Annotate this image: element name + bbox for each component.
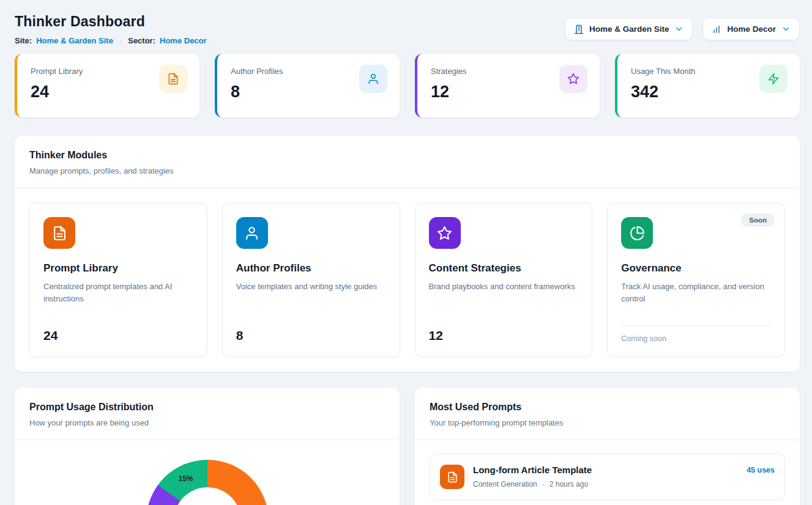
usage-card-header: Prompt Usage Distribution How your promp… [15, 388, 400, 440]
site-label: Site: [15, 36, 32, 45]
stat-card-author-profiles: Author Profiles 8 [215, 54, 400, 117]
stat-card-usage: Usage This Month 342 [615, 54, 800, 117]
prompts-subtitle: Your top-performing prompt templates [430, 418, 785, 427]
prompt-uses-count: 45 uses [747, 466, 775, 474]
header-selectors: Home & Garden Site Home Decor [565, 18, 800, 40]
module-description: Track AI usage, compliance, and version … [621, 281, 771, 305]
prompt-item-meta: Content Generation · 2 hours ago [473, 480, 592, 488]
soon-badge: Soon [741, 213, 775, 227]
lightning-icon [759, 65, 788, 93]
modules-title: Thinker Modules [29, 150, 785, 161]
module-card-content-strategies[interactable]: Content Strategies Brand playbooks and c… [415, 203, 593, 357]
meta-separator: · [119, 36, 122, 45]
document-icon [43, 217, 75, 249]
modules-subtitle: Manage prompts, profiles, and strategies [29, 166, 785, 175]
thinker-modules-panel: Thinker Modules Manage prompts, profiles… [15, 136, 800, 372]
bar-chart-icon [712, 24, 721, 34]
usage-subtitle: How your prompts are being used [29, 418, 385, 427]
site-link[interactable]: Home & Garden Site [36, 36, 113, 45]
chevron-down-icon [781, 24, 791, 34]
stat-card-prompt-library: Prompt Library 24 [15, 54, 199, 117]
meta-separator: · [542, 480, 545, 488]
usage-title: Prompt Usage Distribution [29, 402, 385, 413]
stats-row: Prompt Library 24 Author Profiles 8 Stra… [15, 54, 800, 117]
module-count: 24 [43, 328, 193, 343]
module-title: Author Profiles [236, 262, 386, 275]
page-header: Thinker Dashboard Site: Home & Garden Si… [15, 13, 800, 45]
user-icon [236, 217, 268, 249]
document-icon [440, 465, 464, 489]
prompt-item-category: Content Generation [473, 480, 537, 488]
star-icon [429, 217, 461, 249]
module-count: 12 [429, 328, 579, 343]
site-selector-dropdown[interactable]: Home & Garden Site [565, 18, 693, 40]
prompt-item-time: 2 hours ago [549, 480, 588, 488]
usage-chart-body: 15% [15, 460, 400, 505]
prompts-title: Most Used Prompts [430, 402, 785, 413]
module-title: Governance [621, 262, 771, 275]
prompt-item-title: Long-form Article Template [473, 465, 592, 475]
usage-distribution-card: Prompt Usage Distribution How your promp… [15, 388, 400, 505]
user-icon [359, 65, 387, 93]
building-icon [574, 24, 584, 34]
page-title: Thinker Dashboard [15, 13, 207, 30]
chevron-down-icon [674, 24, 683, 34]
module-description: Voice templates and writing style guides [236, 281, 386, 293]
modules-grid: Prompt Library Centralized prompt templa… [15, 188, 800, 372]
dashboard-page: Thinker Dashboard Site: Home & Garden Si… [0, 0, 812, 505]
module-card-prompt-library[interactable]: Prompt Library Centralized prompt templa… [29, 203, 207, 357]
site-selector-label: Home & Garden Site [589, 24, 669, 34]
coming-soon-label: Coming soon [621, 326, 771, 343]
most-used-prompts-card: Most Used Prompts Your top-performing pr… [415, 388, 800, 505]
title-block: Thinker Dashboard Site: Home & Garden Si… [15, 13, 207, 45]
usage-donut: 15% [146, 460, 269, 505]
module-count: 8 [236, 328, 386, 343]
pie-chart-icon [621, 217, 653, 249]
module-title: Content Strategies [429, 262, 579, 275]
sector-label: Sector: [128, 36, 155, 45]
bottom-row: Prompt Usage Distribution How your promp… [15, 388, 800, 505]
module-card-author-profiles[interactable]: Author Profiles Voice templates and writ… [222, 203, 400, 357]
site-meta: Site: Home & Garden Site · Sector: Home … [15, 36, 207, 45]
prompt-item-text: Long-form Article Template Content Gener… [473, 465, 592, 488]
star-icon [559, 65, 587, 93]
prompts-list: Long-form Article Template Content Gener… [415, 440, 800, 505]
modules-panel-header: Thinker Modules Manage prompts, profiles… [15, 136, 800, 188]
sector-selector-label: Home Decor [727, 24, 776, 34]
stat-card-strategies: Strategies 12 [415, 54, 600, 117]
module-title: Prompt Library [43, 262, 193, 275]
sector-link[interactable]: Home Decor [160, 36, 207, 45]
list-item[interactable]: Long-form Article Template Content Gener… [430, 454, 785, 500]
donut-percent-label: 15% [178, 474, 193, 483]
prompts-card-header: Most Used Prompts Your top-performing pr… [415, 388, 800, 440]
sector-selector-dropdown[interactable]: Home Decor [702, 18, 800, 40]
document-icon [159, 65, 187, 93]
module-description: Brand playbooks and content frameworks [429, 281, 579, 293]
module-card-governance[interactable]: Soon Governance Track AI usage, complian… [607, 203, 785, 357]
module-description: Centralized prompt templates and AI inst… [43, 281, 193, 305]
